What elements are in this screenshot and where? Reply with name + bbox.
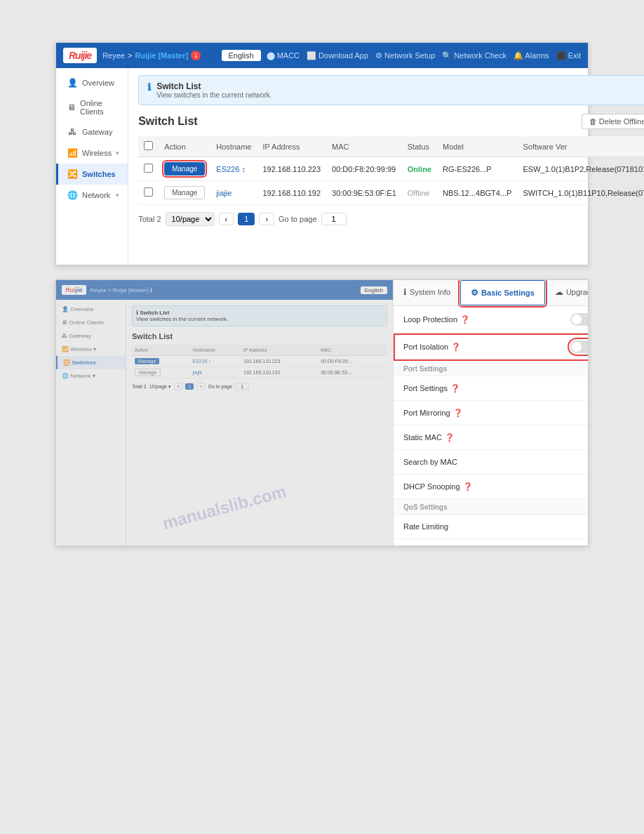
loop-protection-help-icon[interactable]: ❓ <box>460 315 470 324</box>
online-clients-icon: 🖥 <box>67 102 76 112</box>
tab-upgrade[interactable]: ☁ Upgrade <box>545 280 589 305</box>
sidebar-item-wireless[interactable]: 📶 Wireless ▾ <box>56 143 128 164</box>
pagination: Total 2 10/page 20/page 50/page ‹ 1 › Go… <box>138 212 644 226</box>
static-mac-label: Static MAC ❓ <box>403 433 455 442</box>
goto-page-input[interactable] <box>321 213 347 225</box>
manage-button-2[interactable]: Manage <box>164 186 205 199</box>
header-bar: Ruijie Reyee > Ruijie [Master] 1 English… <box>56 43 588 68</box>
tab-system-info-label: System Info <box>410 288 450 296</box>
row1-software-ver: ESW_1.0(1)B1P2,Release(07181013) <box>517 157 644 181</box>
row2-select[interactable] <box>144 187 153 197</box>
table-row: Manage jiajie 192.168.110.192 30:00:9E:5… <box>138 181 644 205</box>
row1-select[interactable] <box>144 164 153 173</box>
row2-checkbox <box>138 181 159 205</box>
hostname-link-1[interactable]: ES226 ↕ <box>216 165 246 173</box>
dhcp-snooping-row[interactable]: DHCP Snooping ❓ › <box>394 475 589 499</box>
table-header-row: Action Hostname IP Address MAC Status Mo… <box>138 136 644 157</box>
nav-exit[interactable]: ⬛ Exit <box>556 51 581 60</box>
qos-group-label: QoS Settings <box>394 499 589 515</box>
row1-status: Online <box>402 157 437 181</box>
tab-system-info[interactable]: ℹ System Info <box>394 280 460 305</box>
breadcrumb: Reyee > Ruijie [Master] 1 <box>102 51 215 60</box>
dimmed-background: Ruijie Reyee > Ruijie [Master] ℹ English… <box>56 280 393 545</box>
row1-checkbox <box>138 157 159 181</box>
port-mirroring-help-icon[interactable]: ❓ <box>453 409 463 418</box>
static-mac-row[interactable]: Static MAC ❓ › <box>394 425 589 450</box>
row1-model: RG-ES226...P <box>437 157 517 181</box>
row1-mac: 00:D0:F8:20:99:99 <box>326 157 402 181</box>
tab-basic-settings-label: Basic Settings <box>481 289 535 297</box>
sidebar-item-network[interactable]: 🌐 Network ▾ <box>56 185 128 206</box>
col-checkbox <box>138 136 159 157</box>
port-isolation-row: Port Isolation ❓ <box>394 333 589 361</box>
sidebar-item-gateway[interactable]: 🖧 Gateway <box>56 121 128 143</box>
right-panel: ℹ System Info ⚙ Basic Settings ☁ Upgrade… <box>393 280 589 545</box>
breadcrumb-reyee[interactable]: Reyee <box>102 51 125 60</box>
upgrade-icon: ☁ <box>555 287 563 297</box>
loop-protection-toggle[interactable] <box>570 313 589 326</box>
total-count: Total 2 <box>138 215 161 223</box>
sidebar-label-online-clients: Online Clients <box>80 99 119 116</box>
search-by-mac-row[interactable]: Search by MAC › <box>394 450 589 475</box>
prev-page-button[interactable]: ‹ <box>219 213 234 225</box>
loop-protection-label: Loop Protection ❓ <box>403 315 470 324</box>
next-page-button[interactable]: › <box>259 213 274 225</box>
info-icon: ℹ <box>147 81 151 93</box>
hostname-link-2[interactable]: jiajie <box>216 189 232 197</box>
port-isolation-toggle[interactable] <box>570 340 589 353</box>
tab-basic-settings[interactable]: ⚙ Basic Settings <box>460 280 545 305</box>
port-settings-group-label: Port Settings <box>394 361 589 376</box>
rate-limiting-row[interactable]: Rate Limiting › <box>394 515 589 539</box>
goto-label: Go to page <box>279 215 316 223</box>
info-title: Switch List <box>156 81 271 91</box>
content-area: ℹ Switch List View switches in the curre… <box>128 68 644 265</box>
delete-offline-button[interactable]: 🗑 Delete Offline Devices <box>582 114 644 129</box>
sidebar-label-overview: Overview <box>82 79 114 87</box>
nav-alarms[interactable]: 🔔 Alarms <box>514 51 549 60</box>
sidebar-item-online-clients[interactable]: 🖥 Online Clients <box>56 93 128 121</box>
sidebar: 👤 Overview 🖥 Online Clients 🖧 Gateway 📶 … <box>56 68 128 265</box>
col-hostname: Hostname <box>210 136 257 157</box>
dhcp-snooping-help-icon[interactable]: ❓ <box>463 482 473 491</box>
port-settings-row[interactable]: Port Settings ❓ › <box>394 376 589 401</box>
port-mirroring-label: Port Mirroring ❓ <box>403 409 463 418</box>
sidebar-item-overview[interactable]: 👤 Overview <box>56 72 128 93</box>
port-isolation-help-icon[interactable]: ❓ <box>451 343 461 352</box>
tab-upgrade-label: Upgrade <box>566 288 589 296</box>
manage-button-active[interactable]: Manage <box>164 162 205 176</box>
col-model: Model <box>437 136 517 157</box>
port-settings-help-icon[interactable]: ❓ <box>450 384 460 393</box>
bottom-screenshot: Ruijie Reyee > Ruijie [Master] ℹ English… <box>55 279 589 546</box>
page-title: Switch List <box>138 115 197 128</box>
sidebar-label-wireless: Wireless <box>82 149 112 157</box>
page-1-button[interactable]: 1 <box>238 213 255 225</box>
nav-macc[interactable]: ⬤ MACC <box>267 51 300 60</box>
nav-download-app[interactable]: ⬜ Download App <box>307 51 368 60</box>
select-all-checkbox[interactable] <box>144 141 153 150</box>
sidebar-label-network: Network <box>82 191 110 199</box>
per-page-select[interactable]: 10/page 20/page 50/page <box>166 212 215 226</box>
row2-ip: 192.168.110.192 <box>257 181 326 205</box>
language-button[interactable]: English <box>222 50 261 61</box>
sidebar-item-switches[interactable]: 🔀 Switches <box>56 164 128 185</box>
nav-network-setup[interactable]: ⚙ Network Setup <box>375 51 435 60</box>
col-ip: IP Address <box>257 136 326 157</box>
breadcrumb-current[interactable]: Ruijie [Master] <box>135 51 188 60</box>
col-status: Status <box>402 136 437 157</box>
row1-action: Manage <box>159 157 210 181</box>
right-content: Loop Protection ❓ Port Isolation ❓ Port … <box>394 306 589 545</box>
overview-icon: 👤 <box>67 78 78 88</box>
col-software-ver: Software Ver <box>517 136 644 157</box>
sidebar-label-switches: Switches <box>82 170 116 178</box>
row1-ip: 192.168.110.223 <box>257 157 326 181</box>
info-text: Switch List View switches in the current… <box>156 81 271 99</box>
storm-control-row[interactable]: Storm Control › <box>394 539 589 545</box>
nav-network-check[interactable]: 🔍 Network Check <box>442 51 507 60</box>
col-action: Action <box>159 136 210 157</box>
static-mac-help-icon[interactable]: ❓ <box>445 433 455 442</box>
row1-hostname: ES226 ↕ <box>210 157 257 181</box>
dhcp-snooping-label: DHCP Snooping ❓ <box>403 482 473 491</box>
network-arrow-icon: ▾ <box>116 192 119 199</box>
main-layout: 👤 Overview 🖥 Online Clients 🖧 Gateway 📶 … <box>56 68 588 265</box>
port-mirroring-row[interactable]: Port Mirroring ❓ › <box>394 401 589 425</box>
